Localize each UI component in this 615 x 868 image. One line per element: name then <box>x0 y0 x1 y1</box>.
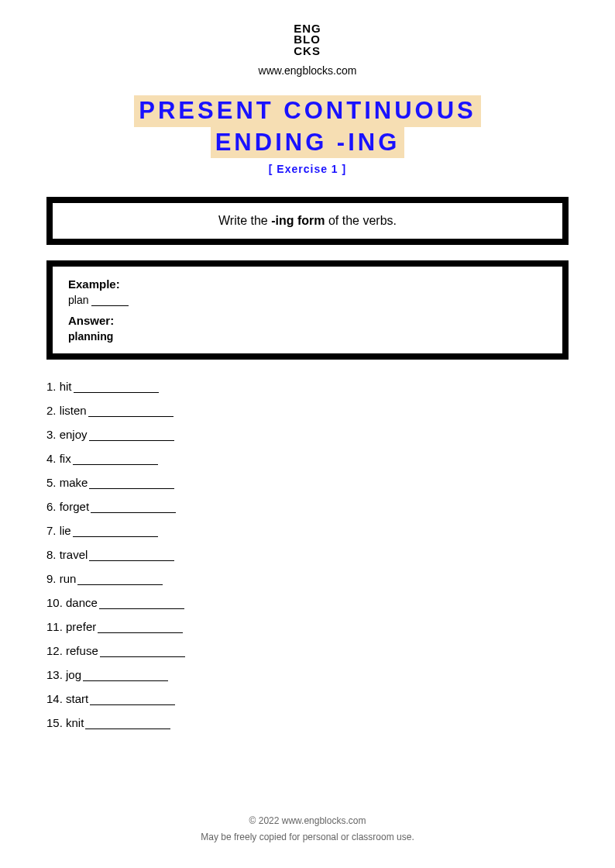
site-url: www.engblocks.com <box>46 64 569 77</box>
blank-line[interactable] <box>99 600 184 609</box>
instruction-bold: -ing form <box>271 214 325 227</box>
item-number: 14. <box>46 692 63 705</box>
example-answer: planning <box>68 330 547 343</box>
instruction-box: Write the -ing form of the verbs. <box>46 197 569 245</box>
exercise-list: 1. hit 2. listen 3. enjoy 4. fix 5. make… <box>46 380 569 729</box>
page-title-line1: PRESENT CONTINUOUS <box>134 95 480 127</box>
item-number: 11. <box>46 620 63 633</box>
item-number: 12. <box>46 644 63 657</box>
list-item: 3. enjoy <box>46 428 569 441</box>
header: ENG BLO CKS www.engblocks.com <box>46 23 569 77</box>
list-item: 12. refuse <box>46 644 569 657</box>
item-verb: knit <box>66 716 84 729</box>
list-item: 14. start <box>46 692 569 705</box>
list-item: 7. lie <box>46 524 569 537</box>
item-number: 5. <box>46 476 57 489</box>
blank-line[interactable] <box>85 720 170 729</box>
instruction-suffix: of the verbs. <box>325 214 397 227</box>
license-text: May be freely copied for personal or cla… <box>0 829 615 846</box>
blank-line[interactable] <box>73 456 158 465</box>
logo-line: CKS <box>294 46 321 57</box>
list-item: 5. make <box>46 476 569 489</box>
instruction-prefix: Write the <box>218 214 271 227</box>
list-item: 13. jog <box>46 668 569 681</box>
blank-line[interactable] <box>100 648 185 657</box>
item-verb: jog <box>66 668 81 681</box>
item-number: 1. <box>46 380 57 393</box>
blank-line[interactable] <box>77 576 163 585</box>
blank-line <box>91 297 129 306</box>
item-number: 6. <box>46 500 57 513</box>
copyright-text: © 2022 www.engblocks.com <box>0 813 615 830</box>
blank-line[interactable] <box>83 672 168 681</box>
item-number: 10. <box>46 596 63 609</box>
list-item: 15. knit <box>46 716 569 729</box>
item-number: 4. <box>46 452 57 465</box>
page-subtitle: [ Exercise 1 ] <box>46 163 569 175</box>
item-verb: run <box>60 572 77 585</box>
item-number: 13. <box>46 668 63 681</box>
example-box: Example: plan Answer: planning <box>46 260 569 360</box>
list-item: 4. fix <box>46 452 569 465</box>
blank-line[interactable] <box>91 504 176 513</box>
item-verb: forget <box>60 500 89 513</box>
item-verb: refuse <box>66 644 98 657</box>
item-verb: enjoy <box>60 428 88 441</box>
item-verb: listen <box>60 404 87 417</box>
logo: ENG BLO CKS <box>294 23 321 57</box>
example-label: Example: <box>68 277 547 291</box>
answer-label: Answer: <box>68 314 547 327</box>
list-item: 10. dance <box>46 596 569 609</box>
blank-line[interactable] <box>89 480 174 489</box>
item-verb: hit <box>60 380 72 393</box>
item-verb: make <box>60 476 88 489</box>
item-number: 7. <box>46 524 57 537</box>
blank-line[interactable] <box>90 696 175 705</box>
list-item: 8. travel <box>46 548 569 561</box>
item-number: 9. <box>46 572 57 585</box>
item-verb: lie <box>60 524 71 537</box>
item-verb: prefer <box>66 620 96 633</box>
item-verb: start <box>66 692 88 705</box>
blank-line[interactable] <box>89 552 174 561</box>
item-verb: travel <box>60 548 88 561</box>
list-item: 11. prefer <box>46 620 569 633</box>
blank-line[interactable] <box>74 384 159 393</box>
item-verb: fix <box>60 452 71 465</box>
blank-line[interactable] <box>88 408 174 417</box>
item-number: 15. <box>46 716 63 729</box>
blank-line[interactable] <box>89 432 174 441</box>
item-number: 3. <box>46 428 57 441</box>
item-number: 8. <box>46 548 57 561</box>
blank-line[interactable] <box>98 624 183 633</box>
item-number: 2. <box>46 404 57 417</box>
title-block: PRESENT CONTINUOUS ENDING -ING [ Exercis… <box>46 95 569 176</box>
footer: © 2022 www.engblocks.com May be freely c… <box>0 813 615 846</box>
example-verb: plan <box>68 294 88 306</box>
example-row: plan <box>68 294 547 306</box>
item-verb: dance <box>66 596 98 609</box>
blank-line[interactable] <box>73 528 158 537</box>
list-item: 9. run <box>46 572 569 585</box>
list-item: 6. forget <box>46 500 569 513</box>
page-title-line2: ENDING -ING <box>211 127 405 159</box>
list-item: 2. listen <box>46 404 569 417</box>
list-item: 1. hit <box>46 380 569 393</box>
